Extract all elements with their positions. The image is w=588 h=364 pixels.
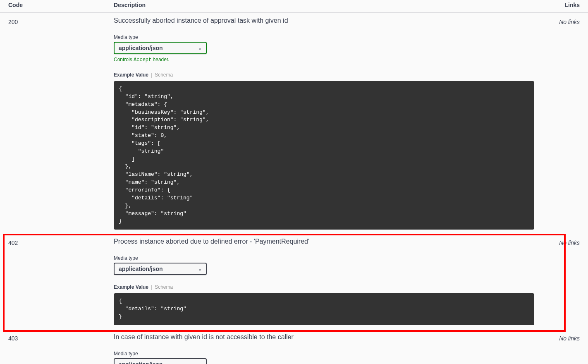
response-description: In case of instance with given id is not… [114,333,557,341]
response-description-col: Successfully aborted instance of approva… [114,17,557,230]
tab-schema[interactable]: Schema [155,284,173,290]
media-type-select[interactable]: application/json ⌄ [114,42,207,54]
tab-example-value[interactable]: Example Value [114,72,148,78]
response-code: 402 [8,238,114,325]
example-schema-tabs: Example Value|Schema [114,284,557,290]
response-row-402: 402 Process instance aborted due to defi… [0,234,588,329]
media-type-value: application/json [119,361,163,364]
response-row-403: 403 In case of instance with given id is… [0,329,588,364]
header-links: Links [557,2,580,8]
response-links: No links [557,238,580,325]
media-type-label: Media type [114,255,557,261]
example-json-block[interactable]: { "id": "string", "metadata": { "busines… [114,81,534,230]
response-description: Process instance aborted due to defined … [114,238,557,245]
example-schema-tabs: Example Value|Schema [114,72,557,78]
media-type-select[interactable]: application/json ⌄ [114,358,207,364]
table-header: Code Description Links [0,0,588,13]
response-description: Successfully aborted instance of approva… [114,17,557,24]
accept-header-hint: Controls Accept header. [114,57,557,63]
media-type-value: application/json [119,45,163,51]
tab-schema[interactable]: Schema [155,72,173,78]
header-code: Code [8,2,114,8]
response-description-col: Process instance aborted due to defined … [114,238,557,325]
header-description: Description [114,2,557,8]
media-type-label: Media type [114,34,557,40]
chevron-down-icon: ⌄ [198,46,202,51]
chevron-down-icon: ⌄ [198,362,202,364]
media-type-value: application/json [119,266,163,272]
media-type-label: Media type [114,351,557,357]
chevron-down-icon: ⌄ [198,266,202,272]
example-json-block[interactable]: { "details": "string" } [114,293,534,325]
response-row-200: 200 Successfully aborted instance of app… [0,13,588,234]
tab-example-value[interactable]: Example Value [114,284,148,290]
response-code: 403 [8,333,114,364]
response-description-col: In case of instance with given id is not… [114,333,557,364]
response-links: No links [557,333,580,364]
media-type-select[interactable]: application/json ⌄ [114,263,207,275]
response-code: 200 [8,17,114,230]
response-links: No links [557,17,580,230]
